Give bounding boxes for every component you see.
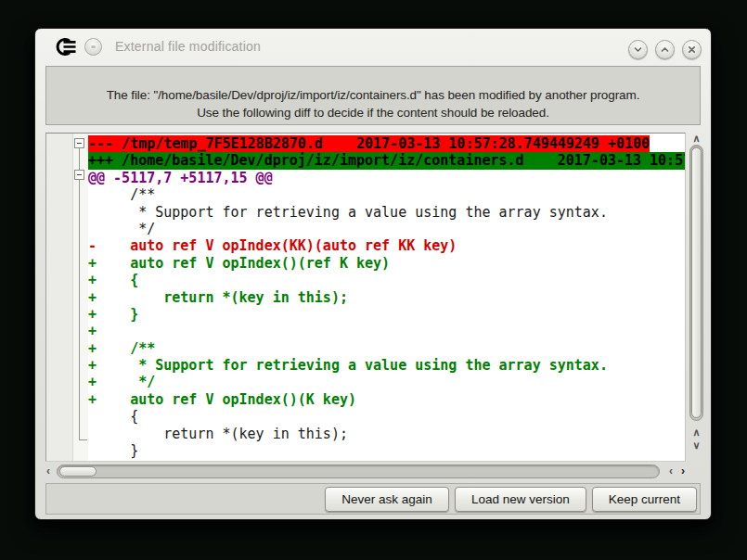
diff-line: + /** xyxy=(88,340,685,357)
diff-line: /** xyxy=(88,186,685,203)
diff-line: * Support for retrieving a value using t… xyxy=(88,204,685,221)
keep-current-button[interactable]: Keep current xyxy=(592,487,697,512)
diff-line: @@ -5117,7 +5117,15 @@ xyxy=(88,170,685,186)
diff-line: } xyxy=(88,442,685,459)
close-icon xyxy=(686,44,698,56)
diff-line: { xyxy=(88,408,685,425)
dialog-window: External file modification The file: "/h… xyxy=(34,28,712,520)
diff-line: +++ /home/basile/Dev/dproj/iz/import/iz/… xyxy=(88,152,685,169)
diff-line: return *(key in this); xyxy=(88,426,685,442)
minimize-button[interactable] xyxy=(628,40,648,59)
scroll-right-icon[interactable]: › xyxy=(681,464,685,479)
close-button[interactable] xyxy=(682,40,702,59)
scroll-left-icon[interactable]: ‹ xyxy=(669,464,673,479)
diff-line: + auto ref V opIndex()(ref K key) xyxy=(88,255,685,272)
scroll-up-icon[interactable]: ∧ xyxy=(689,133,704,144)
message-line2: Use the following diff to decide if the … xyxy=(46,104,700,121)
fold-margin xyxy=(46,134,87,461)
diff-line: */ xyxy=(88,221,685,237)
diff-line: + return *(key in this); xyxy=(88,289,685,306)
scroll-up-icon[interactable]: ∧ xyxy=(689,426,704,438)
message-line1: The file: "/home/basile/Dev/dproj/iz/imp… xyxy=(46,86,700,104)
fold-line xyxy=(79,148,80,170)
scroll-down-icon[interactable]: ∨ xyxy=(689,439,704,451)
never-ask-again-button[interactable]: Never ask again xyxy=(325,487,449,512)
vertical-scrollbar-track[interactable] xyxy=(689,145,703,421)
diff-line: --- /tmp/temp_7F5E128B2870.d 2017-03-13 … xyxy=(88,135,685,152)
titlebar[interactable]: External file modification xyxy=(35,29,711,64)
window-title: External file modification xyxy=(115,39,261,54)
window-menu-button[interactable] xyxy=(84,38,102,56)
load-new-version-button[interactable]: Load new version xyxy=(455,487,586,512)
coedit-app-icon xyxy=(54,37,77,57)
diff-line: + { xyxy=(88,272,685,288)
fold-collapse-icon[interactable] xyxy=(74,138,84,148)
vertical-scrollbar[interactable]: ∧ ∧ ∨ xyxy=(689,133,704,462)
fold-line xyxy=(79,180,80,440)
diff-line: + xyxy=(88,323,685,339)
horizontal-scrollbar[interactable]: ‹ ‹ › xyxy=(45,464,689,479)
chevron-down-icon xyxy=(632,44,644,56)
diff-line: - auto ref V opIndex(KK)(auto ref KK key… xyxy=(88,237,685,254)
diff-line: + * Support for retrieving a value using… xyxy=(88,357,685,374)
fold-collapse-icon[interactable] xyxy=(74,170,84,180)
maximize-button[interactable] xyxy=(655,40,675,59)
diff-lines: --- /tmp/temp_7F5E128B2870.d 2017-03-13 … xyxy=(88,135,685,461)
diff-line: + } xyxy=(88,306,685,323)
scroll-left-icon[interactable]: ‹ xyxy=(46,464,50,479)
horizontal-scrollbar-track[interactable] xyxy=(57,465,660,478)
message-panel: The file: "/home/basile/Dev/dproj/iz/imp… xyxy=(45,66,701,125)
vertical-scrollbar-thumb[interactable] xyxy=(691,147,702,418)
diff-line: + */ xyxy=(88,374,685,390)
diff-line: + auto ref V opIndex()(K key) xyxy=(88,391,685,408)
horizontal-scrollbar-thumb[interactable] xyxy=(59,466,97,477)
button-panel: Never ask again Load new version Keep cu… xyxy=(45,483,701,515)
diff-editor[interactable]: --- /tmp/temp_7F5E128B2870.d 2017-03-13 … xyxy=(45,133,686,462)
window-controls xyxy=(628,40,702,59)
fold-line xyxy=(79,439,87,440)
chevron-up-icon xyxy=(659,44,671,56)
